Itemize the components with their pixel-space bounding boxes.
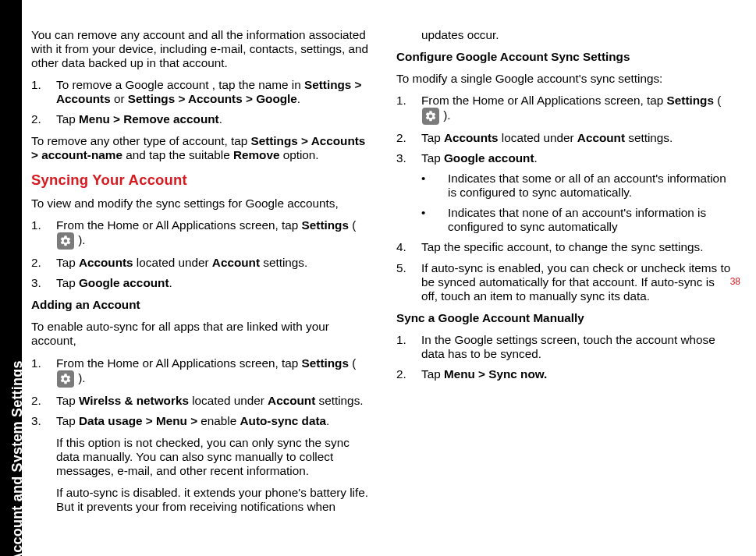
cfg-step-5: 5. If auto-sync is enabled, you can chec… <box>396 261 733 303</box>
cfg-step-4: 4. Tap the specific account, to change t… <box>396 240 733 254</box>
cfg-step-1: 1. From the Home or All Applications scr… <box>396 94 733 125</box>
add-step-2: 2. Tap Wirelss & networks located under … <box>31 394 368 408</box>
configure-heading: Configure Google Account Sync Settings <box>396 50 733 64</box>
settings-gear-icon <box>57 232 74 250</box>
man-step-1: 1. In the Google settings screen, touch … <box>396 333 733 361</box>
syncing-heading: Syncing Your Account <box>31 172 368 189</box>
sync-step-1: 1. From the Home or All Applications scr… <box>31 218 368 250</box>
sync-step-3: 3. Tap Google account. <box>31 276 368 290</box>
adding-heading: Adding an Account <box>31 298 368 312</box>
sidebar-title: Managing Personal, Account and System Se… <box>9 390 26 556</box>
intro-paragraph: You can remove any account and all the i… <box>31 28 368 70</box>
cfg-step-2: 2. Tap Accounts located under Account se… <box>396 131 733 145</box>
cfg-bullet-1: • Indicates that some or all of an accou… <box>396 172 733 200</box>
add-step-3: 3. Tap Data usage > Menu > enable Auto-s… <box>31 414 368 428</box>
remove-step-1: 1. To remove a Google account , tap the … <box>31 78 368 106</box>
settings-gear-icon <box>422 108 439 125</box>
configure-intro: To modify a single Google account's sync… <box>396 72 733 86</box>
cfg-bullet-2: • Indicates that none of an account's in… <box>396 206 733 234</box>
sync-step-2: 2. Tap Accounts located under Account se… <box>31 256 368 270</box>
manual-heading: Sync a Google Account Manually <box>396 311 733 325</box>
settings-gear-icon <box>57 370 74 388</box>
add-step-1: 1. From the Home or All Applications scr… <box>31 356 368 388</box>
remove-step-2: 2. Tap Menu > Remove account. <box>31 112 368 126</box>
man-step-2: 2. Tap Menu > Sync now. <box>396 367 733 381</box>
note-unchecked: If this option is not checked, you can o… <box>31 436 368 478</box>
cfg-step-3: 3. Tap Google account. <box>396 151 733 165</box>
adding-intro: To enable auto-sync for all apps that ar… <box>31 320 368 348</box>
other-remove-paragraph: To remove any other type of account, tap… <box>31 134 368 162</box>
syncing-intro: To view and modify the sync settings for… <box>31 197 368 211</box>
main-content: You can remove any account and all the i… <box>31 28 733 527</box>
